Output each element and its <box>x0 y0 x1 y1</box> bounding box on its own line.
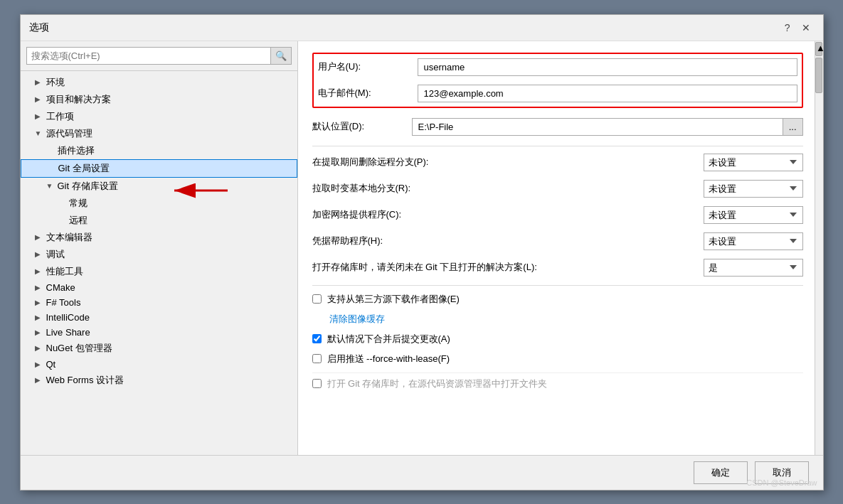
credential-row: 凭据帮助程序(H): 未设置 <box>312 232 803 250</box>
default-location-input[interactable] <box>412 118 783 136</box>
email-row: 电子邮件(M): <box>318 85 797 102</box>
options-dialog: 选项 ? ✕ 🔍 ▶ 环境 ▶ 项目和解决方案 <box>20 14 824 490</box>
auto-commit-label: 默认情况下合并后提交更改(A) <box>327 333 450 345</box>
tree-label: Qt <box>46 359 56 370</box>
tree-item-texteditor[interactable]: ▶ 文本编辑器 <box>21 229 297 246</box>
force-push-checkbox[interactable] <box>312 354 322 363</box>
tree-label: 性能工具 <box>46 265 83 278</box>
watermark: CSDN @SteveDraw <box>746 478 817 487</box>
arrow-icon: ▶ <box>35 313 43 321</box>
arrow-icon: ▶ <box>35 95 43 103</box>
arrow-icon: ▶ <box>35 360 43 368</box>
crypto-select[interactable]: 未设置 <box>704 206 803 224</box>
prune-label: 在提取期间删除远程分支(P): <box>312 156 704 168</box>
tree-item-env[interactable]: ▶ 环境 <box>21 74 297 91</box>
tree-label: 工作项 <box>46 110 74 123</box>
tree-item-gitglobal[interactable]: Git 全局设置 <box>21 159 297 178</box>
search-button[interactable]: 🔍 <box>271 47 292 65</box>
arrow-icon: ▶ <box>35 267 43 275</box>
close-button[interactable]: ✕ <box>797 21 815 35</box>
browse-button[interactable]: ... <box>783 118 803 136</box>
last-item-label: 打开 Git 存储库时，在源代码资源管理器中打开文件夹 <box>327 377 548 390</box>
third-party-checkbox[interactable] <box>312 294 322 304</box>
tree-item-liveshare[interactable]: ▶ Live Share <box>21 325 297 340</box>
arrow-icon: ▶ <box>35 299 43 306</box>
arrow-icon: ▶ <box>35 376 43 384</box>
auto-commit-row: 默认情况下合并后提交更改(A) <box>312 333 803 345</box>
tree-label: 项目和解决方案 <box>46 93 111 106</box>
arrow-icon: ▼ <box>35 129 43 137</box>
tree-item-remote[interactable]: 远程 <box>21 212 297 229</box>
ok-button[interactable]: 确定 <box>694 461 748 484</box>
default-location-row: 默认位置(D): ... <box>312 118 803 136</box>
arrow-icon: ▶ <box>35 112 43 120</box>
arrow-icon: ▶ <box>35 328 43 336</box>
tree-item-plugins[interactable]: 插件选择 <box>21 142 297 159</box>
username-row: 用户名(U): <box>318 58 797 76</box>
tree-label: F# Tools <box>46 297 81 308</box>
tree-label: IntelliCode <box>46 312 90 323</box>
clear-cache-link[interactable]: 清除图像缓存 <box>329 313 385 324</box>
tree-area: ▶ 环境 ▶ 项目和解决方案 ▶ 工作项 ▼ 源代码管理 插件选择 <box>21 71 297 455</box>
tree-label: Web Forms 设计器 <box>46 374 124 387</box>
last-item-checkbox[interactable] <box>312 379 322 388</box>
tree-label: Git 全局设置 <box>58 162 110 175</box>
third-party-label: 支持从第三方源下载作者图像(E) <box>327 293 460 306</box>
help-button[interactable]: ? <box>780 21 795 35</box>
tree-label: 环境 <box>46 76 65 89</box>
third-party-row: 支持从第三方源下载作者图像(E) <box>312 293 803 306</box>
email-input[interactable] <box>418 85 797 102</box>
tree-item-perf[interactable]: ▶ 性能工具 <box>21 263 297 280</box>
right-panel: 用户名(U): 电子邮件(M): 默认位置(D): ... <box>298 41 823 455</box>
scrollbar-thumb[interactable] <box>815 58 822 93</box>
force-push-row: 启用推送 --force-with-lease(F) <box>312 353 803 365</box>
tree-item-qt[interactable]: ▶ Qt <box>21 357 297 372</box>
title-bar-buttons: ? ✕ <box>780 21 815 35</box>
tree-label: 插件选择 <box>58 144 95 157</box>
arrow-icon: ▼ <box>46 182 55 190</box>
clear-cache-row: 清除图像缓存 <box>312 313 803 326</box>
tree-label: NuGet 包管理器 <box>46 342 112 355</box>
rebase-row: 拉取时变基本地分支(R): 未设置 <box>312 180 803 198</box>
title-bar: 选项 ? ✕ <box>21 15 823 41</box>
arrow-icon: ▶ <box>35 78 43 86</box>
tree-item-webforms[interactable]: ▶ Web Forms 设计器 <box>21 372 297 389</box>
force-push-label: 启用推送 --force-with-lease(F) <box>327 353 450 365</box>
search-bar: 🔍 <box>21 41 297 71</box>
tree-label: CMake <box>46 282 75 293</box>
tree-item-nuget[interactable]: ▶ NuGet 包管理器 <box>21 340 297 357</box>
credential-select[interactable]: 未设置 <box>704 232 803 250</box>
rebase-label: 拉取时变基本地分支(R): <box>312 182 704 195</box>
credential-label: 凭据帮助程序(H): <box>312 235 704 247</box>
tree-item-work[interactable]: ▶ 工作项 <box>21 108 297 125</box>
arrow-icon: ▶ <box>35 284 43 291</box>
dialog-title: 选项 <box>29 21 49 34</box>
auto-commit-checkbox[interactable] <box>312 334 322 343</box>
dialog-body: 🔍 ▶ 环境 ▶ 项目和解决方案 ▶ 工作项 ▼ 源代码管理 <box>21 41 823 455</box>
rebase-select[interactable]: 未设置 <box>704 180 803 198</box>
tree-item-srcmgr[interactable]: ▼ 源代码管理 <box>21 125 297 142</box>
arrow-icon: ▶ <box>35 233 43 241</box>
tree-label: 源代码管理 <box>46 127 92 140</box>
tree-item-general[interactable]: 常规 <box>21 195 297 212</box>
tree-item-gitrepo[interactable]: ▼ Git 存储库设置 <box>21 178 297 195</box>
scrollbar[interactable]: ▲ <box>815 41 823 455</box>
credentials-section: 用户名(U): 电子邮件(M): <box>312 53 803 108</box>
left-panel: 🔍 ▶ 环境 ▶ 项目和解决方案 ▶ 工作项 ▼ 源代码管理 <box>21 41 298 455</box>
email-label: 电子邮件(M): <box>318 87 418 100</box>
crypto-row: 加密网络提供程序(C): 未设置 <box>312 206 803 224</box>
username-label: 用户名(U): <box>318 60 418 73</box>
right-panel-wrapper: 用户名(U): 电子邮件(M): 默认位置(D): ... <box>298 41 823 455</box>
tree-item-cmake[interactable]: ▶ CMake <box>21 280 297 295</box>
open-repo-select[interactable]: 是 <box>704 259 803 277</box>
prune-select[interactable]: 未设置 <box>704 154 803 171</box>
tree-item-intellicode[interactable]: ▶ IntelliCode <box>21 310 297 325</box>
tree-item-proj[interactable]: ▶ 项目和解决方案 <box>21 91 297 108</box>
separator-1 <box>312 146 803 146</box>
tree-item-debug[interactable]: ▶ 调试 <box>21 246 297 263</box>
tree-label: 文本编辑器 <box>46 231 92 244</box>
scroll-up-arrow[interactable]: ▲ <box>815 42 822 56</box>
tree-item-fsharp[interactable]: ▶ F# Tools <box>21 295 297 310</box>
search-input[interactable] <box>26 47 271 65</box>
username-input[interactable] <box>418 58 797 76</box>
